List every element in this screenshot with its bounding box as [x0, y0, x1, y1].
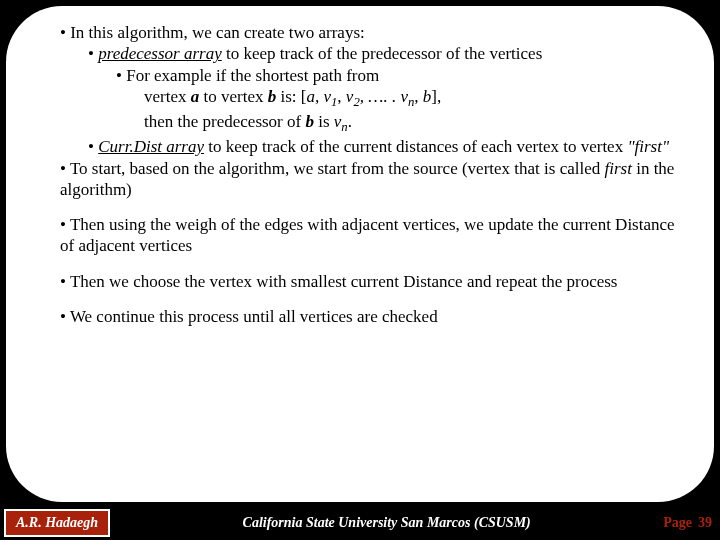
slide-footer: A.R. Hadaegh California State University… — [0, 506, 720, 540]
path-seq: a, v — [306, 87, 331, 106]
vertex-b: b — [268, 87, 277, 106]
page-label: Page — [663, 515, 692, 530]
bullet-update: • Then using the weigh of the edges with… — [60, 214, 678, 257]
text: is — [314, 112, 334, 131]
bullet-continue: • We continue this process until all ver… — [60, 306, 678, 327]
spacer — [60, 292, 678, 306]
footer-author: A.R. Hadaegh — [4, 509, 110, 537]
text: to vertex — [199, 87, 267, 106]
text: ], — [431, 87, 441, 106]
spacer — [60, 257, 678, 271]
bullet-example-path: vertex a to vertex b is: [a, v1, v2, …. … — [144, 86, 678, 111]
bullet-currdist: • Curr.Dist array to keep track of the c… — [88, 136, 678, 157]
text: to keep track of the current distances o… — [204, 137, 627, 156]
page-number: 39 — [698, 515, 712, 530]
path-seq: , …. . v — [360, 87, 408, 106]
text: • To start, based on the algorithm, we s… — [60, 159, 605, 178]
text: to keep track of the predecessor of the … — [222, 44, 543, 63]
first-quoted: "first" — [627, 137, 669, 156]
vertex-a: a — [191, 87, 200, 106]
bullet-choose: • Then we choose the vertex with smalles… — [60, 271, 678, 292]
path-seq: , v — [337, 87, 353, 106]
term-currdist-array: Curr.Dist array — [98, 137, 204, 156]
text: . — [348, 112, 352, 131]
spacer — [60, 200, 678, 214]
text: • — [88, 137, 98, 156]
footer-university: California State University San Marcos (… — [110, 515, 663, 531]
vertex-b: b — [305, 112, 314, 131]
bullet-example-pred: then the predecessor of b is vn. — [144, 111, 678, 136]
text: vertex — [144, 87, 191, 106]
bullet-example-intro: • For example if the shortest path from — [116, 65, 678, 86]
footer-page: Page39 — [663, 515, 712, 531]
slide-body: • In this algorithm, we can create two a… — [6, 6, 714, 502]
bullet-intro: • In this algorithm, we can create two a… — [60, 22, 678, 43]
slide-content: • In this algorithm, we can create two a… — [60, 22, 678, 327]
bullet-start: • To start, based on the algorithm, we s… — [60, 158, 678, 201]
text: is: [ — [276, 87, 306, 106]
term-predecessor-array: predecessor array — [98, 44, 222, 63]
first: first — [605, 159, 632, 178]
path-seq: , b — [414, 87, 431, 106]
text: • — [88, 44, 98, 63]
text: then the predecessor of — [144, 112, 305, 131]
bullet-predecessor: • predecessor array to keep track of the… — [88, 43, 678, 64]
